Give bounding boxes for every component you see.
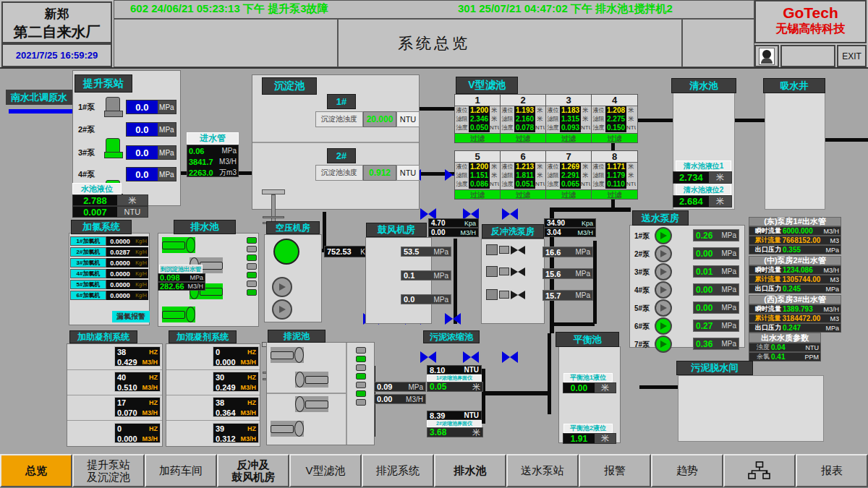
compressor-icon[interactable] [273, 239, 299, 265]
delivery-station-header[interactable]: 送水泵房 [632, 210, 689, 226]
filter-number: 3 [546, 95, 591, 106]
nav-alarms[interactable]: 报警 [579, 454, 651, 487]
nav-v-filter[interactable]: V型滤池 [289, 454, 362, 487]
nav-delivery-station[interactable]: 送水泵站 [506, 454, 579, 487]
valve-icon[interactable] [420, 351, 436, 363]
chlorinator-label[interactable]: 5#加氯机 [70, 280, 106, 289]
delivery-pump-2-icon[interactable] [655, 245, 672, 262]
delivery-pump-7-icon[interactable] [655, 335, 672, 353]
filter-unit-1[interactable]: 1 液位1.200米 滤阻2.346米 浊度0.050NTU 过滤 [455, 95, 501, 142]
nav-drain-pool[interactable]: 排水池 [434, 454, 506, 487]
valve-icon[interactable] [502, 208, 518, 220]
exit-button[interactable]: EXIT [837, 45, 867, 67]
small-valve-icon[interactable] [247, 281, 257, 287]
delivery-pump-3-icon[interactable] [655, 263, 672, 281]
lift-pump-2-icon[interactable] [106, 138, 120, 157]
compressor-pump-icon[interactable] [272, 299, 292, 320]
sludge-pump-icon[interactable] [295, 372, 328, 388]
sludge-pool-header[interactable]: 排泥池 [268, 330, 326, 343]
nav-network[interactable] [723, 454, 796, 487]
v-filter-header[interactable]: V型滤池 [456, 77, 518, 94]
tank2-interface-label: 2#浓缩池界面仪 [427, 420, 482, 427]
air-compressor-header[interactable]: 空压机房 [266, 221, 320, 234]
small-valve-icon[interactable] [247, 254, 257, 261]
sludge-pump-icon[interactable] [271, 347, 304, 363]
dewatering-header[interactable]: 污泥脱水间 [676, 361, 753, 375]
row-label: 浊度 [501, 124, 514, 132]
chlorination-header[interactable]: 加氯系统 [71, 220, 132, 234]
valve-icon[interactable] [445, 313, 461, 325]
delivery-pump-4-icon[interactable] [655, 281, 672, 299]
filter-unit-4[interactable]: 4 液位1.208米 滤阻2.275米 浊度0.150NTU 过滤 [592, 95, 637, 142]
lift-station-header[interactable]: 提升泵站 [75, 74, 132, 93]
small-valve-icon[interactable] [247, 263, 257, 270]
drain-pump-icon[interactable] [162, 307, 195, 322]
small-valve-icon[interactable] [356, 347, 366, 354]
filter-unit-5[interactable]: 5 液位1.200米 滤阻1.151米 浊度0.086NTU 过滤 [455, 151, 501, 199]
chlorinator-row-2: 2#加氯机 0.0287 Kg/H [70, 247, 148, 257]
filter-unit-2[interactable]: 2 液位1.193米 滤阻2.160米 浊度0.078NTU 过滤 [501, 95, 546, 142]
coagulant-aid-header[interactable]: 加助凝剂系统 [69, 330, 137, 343]
backwash-pump-icon[interactable] [486, 244, 525, 255]
backwash-pump-icon[interactable] [486, 266, 525, 277]
coagulant-header[interactable]: 加混凝剂系统 [169, 330, 237, 343]
chlorine-leak-alarm-label[interactable]: 漏氯报警 [112, 311, 150, 322]
chlorinator-label[interactable]: 2#加氯机 [70, 247, 106, 257]
valve-icon[interactable] [463, 351, 479, 363]
logo-box: GoTech 无锡高特科技 [754, 0, 867, 43]
valve-icon[interactable] [502, 351, 518, 363]
flow-value: 6000.000 [781, 227, 820, 235]
value: 4.70 [431, 219, 445, 227]
sludge-pump-icon[interactable] [295, 396, 328, 412]
divider [67, 395, 162, 395]
nav-reports[interactable]: 报表 [796, 454, 868, 487]
row-label: 滤阻 [546, 171, 560, 180]
delivery-pump-6-icon[interactable] [655, 317, 672, 335]
nav-dosing-workshop[interactable]: 加药车间 [145, 454, 217, 487]
user-avatar-button[interactable] [754, 45, 779, 67]
drain-pump-icon[interactable] [162, 237, 195, 253]
nav-backwash-blower[interactable]: 反冲及 鼓风机房 [217, 454, 289, 487]
suction-well-header[interactable]: 吸水井 [763, 78, 825, 93]
small-valve-icon[interactable] [356, 399, 366, 406]
small-valve-icon[interactable] [356, 390, 366, 397]
nav-trends[interactable]: 趋势 [651, 454, 723, 487]
divider [346, 343, 347, 445]
chlorinator-label[interactable]: 4#加氯机 [70, 269, 106, 278]
small-valve-icon[interactable] [356, 364, 366, 371]
filter-number: 2 [501, 95, 545, 106]
nav-lift-sedimentation[interactable]: 提升泵站 及沉淀池 [72, 454, 145, 487]
small-valve-icon[interactable] [247, 289, 257, 296]
small-valve-icon[interactable] [247, 237, 257, 244]
backwash-header[interactable]: 反冲洗泵房 [482, 224, 544, 239]
backwash-pump-icon[interactable] [486, 289, 525, 300]
chlorinator-label[interactable]: 6#加氯机 [70, 291, 106, 300]
blower-room-header[interactable]: 鼓风机房 [366, 223, 427, 237]
row-unit: 米 [626, 106, 636, 115]
lift-pump-1-icon[interactable] [106, 97, 120, 116]
balance-pool-header[interactable]: 平衡池 [556, 332, 619, 347]
sed-turbidity-unit: NTU [396, 165, 420, 181]
sedimentation-header[interactable]: 沉淀池 [262, 77, 317, 95]
drain-pool-header[interactable]: 排水池 [174, 220, 236, 234]
filter-unit-6[interactable]: 6 液位1.213米 滤阻1.811米 浊度0.051NTU 过滤 [501, 151, 546, 199]
nav-overview[interactable]: 总览 [0, 454, 72, 487]
sludge-pump-icon[interactable] [271, 421, 304, 437]
small-valve-icon[interactable] [356, 382, 366, 388]
small-valve-icon[interactable] [356, 356, 366, 362]
chlorinator-label[interactable]: 3#加氯机 [70, 258, 106, 267]
small-valve-icon[interactable] [247, 272, 257, 278]
clear-pool-header[interactable]: 清水池 [671, 78, 736, 93]
small-valve-icon[interactable] [356, 373, 366, 380]
filter-unit-3[interactable]: 3 液位1.183米 滤阻1.315米 浊度0.093NTU 过滤 [546, 95, 592, 142]
chlorinator-label[interactable]: 1#加氯机 [70, 236, 106, 246]
filter-unit-8[interactable]: 8 液位1.171米 滤阻1.179米 浊度0.110NTU 过滤 [592, 151, 637, 199]
small-valve-icon[interactable] [247, 246, 257, 252]
row-unit: NTU [581, 180, 590, 189]
filter-unit-7[interactable]: 7 液位1.269米 滤阻2.291米 浊度0.065NTU 过滤 [546, 151, 592, 199]
thickener-header[interactable]: 污泥浓缩池 [423, 330, 480, 343]
compressor-pump-icon[interactable] [272, 277, 292, 297]
delivery-pump-5-icon[interactable] [655, 299, 672, 317]
delivery-pump-1-icon[interactable] [655, 227, 672, 244]
nav-sludge-system[interactable]: 排泥系统 [362, 454, 434, 487]
